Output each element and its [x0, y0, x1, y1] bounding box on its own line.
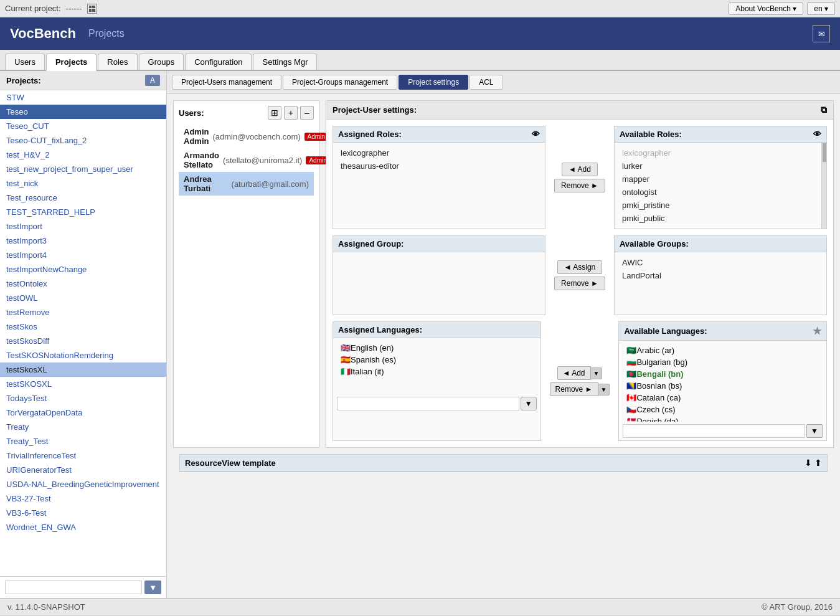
list-item[interactable]: Teseo-CUT_fixLang_2: [0, 133, 166, 148]
available-languages-filter-button[interactable]: ▼: [806, 424, 823, 438]
add-language-button[interactable]: ◄ Add: [557, 366, 591, 380]
list-item[interactable]: Treaty: [0, 420, 166, 434]
sort-button[interactable]: A: [145, 75, 160, 86]
list-item[interactable]: TEST_STARRED_HELP: [0, 205, 166, 219]
list-item[interactable]: VB3-27-Test: [0, 491, 166, 506]
list-item[interactable]: 🇨🇦 Catalan (ca): [623, 392, 823, 404]
scrollbar[interactable]: [821, 143, 826, 229]
list-item[interactable]: Treaty_Test: [0, 434, 166, 448]
list-item[interactable]: 🇸🇦 Arabic (ar): [623, 344, 823, 356]
assigned-roles-title: Assigned Roles:: [338, 130, 402, 139]
download-button[interactable]: ⬇: [805, 458, 812, 468]
list-item[interactable]: Test_resource: [0, 191, 166, 205]
tab-users[interactable]: Users: [5, 54, 45, 70]
user-row[interactable]: Andrea Turbati (aturbati@gmail.com): [179, 172, 314, 196]
list-item[interactable]: lexicographer: [337, 146, 541, 159]
list-item[interactable]: 🇧🇬 Bulgarian (bg): [623, 356, 823, 368]
list-item[interactable]: testImport3: [0, 234, 166, 248]
list-item[interactable]: 🇩🇰 Danish (da): [623, 415, 823, 422]
tab-configuration[interactable]: Configuration: [185, 54, 252, 70]
upload-button[interactable]: ⬆: [814, 458, 822, 468]
list-item[interactable]: Teseo: [0, 105, 166, 119]
list-item[interactable]: pmki_pristine: [618, 199, 823, 212]
assigned-languages-filter-input[interactable]: [337, 397, 519, 410]
resource-view-section: ResourceView template ⬇ ⬆: [179, 454, 828, 472]
lang-button[interactable]: en ▾: [807, 2, 835, 15]
list-item[interactable]: test_new_project_from_super_user: [0, 162, 166, 176]
mail-icon[interactable]: ✉: [813, 25, 830, 42]
tab-settings-mgr[interactable]: Settings Mgr: [253, 54, 317, 70]
list-item[interactable]: 🇨🇿 Czech (cs): [623, 404, 823, 415]
user-email: (stellato@uniroma2.it): [223, 156, 302, 165]
list-item[interactable]: Wordnet_EN_GWA: [0, 520, 166, 534]
list-item[interactable]: lurker: [618, 159, 823, 173]
tab-acl[interactable]: ACL: [470, 75, 503, 90]
tab-projects[interactable]: Projects: [46, 54, 97, 71]
remove-role-button[interactable]: Remove ►: [554, 179, 605, 192]
list-item[interactable]: STW: [0, 90, 166, 105]
remove-language-arrow[interactable]: ▼: [598, 384, 610, 396]
sidebar-filter-button[interactable]: ▼: [144, 580, 161, 594]
list-item[interactable]: testOntolex: [0, 277, 166, 291]
add-language-arrow[interactable]: ▼: [591, 367, 603, 379]
list-item[interactable]: ontologist: [618, 186, 823, 199]
sidebar-filter-input[interactable]: [5, 580, 142, 594]
about-button[interactable]: About VocBench ▾: [729, 2, 803, 15]
list-item[interactable]: LandPortal: [618, 269, 823, 282]
list-item[interactable]: testRemove: [0, 305, 166, 320]
remove-user-button[interactable]: –: [300, 106, 314, 120]
list-item[interactable]: URIGeneratorTest: [0, 463, 166, 477]
list-item[interactable]: VB3-6-Test: [0, 506, 166, 520]
list-item[interactable]: test_H&V_2: [0, 148, 166, 162]
tab-project-groups-management[interactable]: Project-Groups management: [283, 75, 397, 90]
copy-icon[interactable]: ⧉: [821, 105, 827, 115]
list-item[interactable]: 🇮🇹 Italian (it): [337, 366, 537, 377]
list-item[interactable]: TodaysTest: [0, 391, 166, 405]
remove-language-button[interactable]: Remove ►: [550, 382, 598, 396]
list-item[interactable]: testSkosXL: [0, 362, 166, 377]
list-item[interactable]: testSkosDiff: [0, 334, 166, 348]
app-subtitle: Projects: [88, 28, 125, 39]
list-item[interactable]: mapper: [618, 173, 823, 186]
user-row[interactable]: Armando Stellato (stellato@uniroma2.it) …: [179, 148, 314, 172]
available-groups-body: AWIC LandPortal: [615, 252, 826, 315]
filter-users-icon[interactable]: ⊞: [268, 106, 281, 120]
list-item[interactable]: testImport: [0, 219, 166, 234]
tab-project-settings[interactable]: Project settings: [399, 75, 468, 90]
eye-icon[interactable]: 👁: [532, 130, 540, 139]
list-item[interactable]: TestSKOSNotationRemdering: [0, 348, 166, 362]
list-item[interactable]: 🇬🇧 English (en): [337, 342, 537, 354]
list-item[interactable]: thesaurus-editor: [337, 159, 541, 173]
list-item[interactable]: testOWL: [0, 291, 166, 305]
add-role-button[interactable]: ◄ Add: [562, 163, 598, 176]
list-item[interactable]: testImportNewChange: [0, 262, 166, 277]
list-item[interactable]: 🇪🇸 Spanish (es): [337, 354, 537, 366]
list-item[interactable]: testImport4: [0, 248, 166, 262]
list-item[interactable]: test_nick: [0, 176, 166, 191]
eye-icon-2[interactable]: 👁: [813, 130, 821, 139]
available-languages-filter-input[interactable]: [623, 424, 805, 438]
assigned-languages-title: Assigned Languages:: [338, 325, 422, 334]
grid-icon[interactable]: [87, 4, 97, 14]
list-item[interactable]: AWIC: [618, 256, 823, 269]
tab-project-users-management[interactable]: Project-Users management: [172, 75, 281, 90]
remove-group-button[interactable]: Remove ►: [554, 277, 605, 290]
assign-group-button[interactable]: ◄ Assign: [557, 260, 603, 274]
list-item[interactable]: 🇧🇩 Bengali (bn): [623, 368, 823, 380]
star-button[interactable]: ★: [813, 325, 821, 337]
tab-roles[interactable]: Roles: [98, 54, 137, 70]
list-item[interactable]: Teseo_CUT: [0, 119, 166, 133]
tab-groups[interactable]: Groups: [139, 54, 184, 70]
list-item[interactable]: TrivialInferenceTest: [0, 448, 166, 463]
flag-icon: 🇨🇦: [626, 393, 636, 402]
list-item[interactable]: TorVergataOpenData: [0, 405, 166, 420]
list-item[interactable]: pmki_public: [618, 212, 823, 225]
add-user-button[interactable]: +: [284, 106, 298, 120]
list-item[interactable]: lexicographer: [618, 146, 823, 159]
list-item[interactable]: testSkos: [0, 320, 166, 334]
assigned-languages-filter-button[interactable]: ▼: [521, 397, 537, 410]
list-item[interactable]: USDA-NAL_BreedingGeneticImprovement: [0, 477, 166, 491]
list-item[interactable]: 🇧🇦 Bosnian (bs): [623, 380, 823, 392]
list-item[interactable]: testSKOSXL: [0, 377, 166, 391]
user-row[interactable]: Admin Admin (admin@vocbench.com) Admin: [179, 125, 314, 148]
